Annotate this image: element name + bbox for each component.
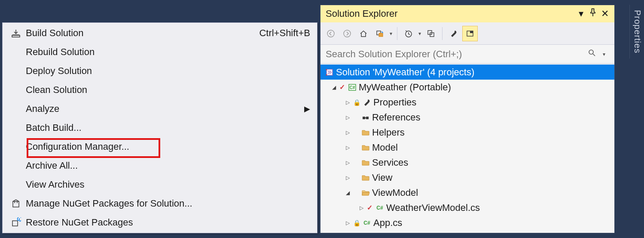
svg-rect-2 <box>12 221 18 226</box>
wrench-icon <box>360 98 373 107</box>
menu-item-configuration-manager[interactable]: Configuration Manager... <box>3 137 316 156</box>
menu-item-batch-build[interactable]: Batch Build... <box>3 118 316 137</box>
properties-side-tab[interactable]: Properties <box>629 5 644 59</box>
close-icon[interactable]: ✕ <box>599 8 611 19</box>
tree-node-app-cs[interactable]: 🔒 C# App.cs <box>320 215 614 230</box>
solution-explorer-panel: Solution Explorer ▾ ✕ ▾ ▾ <box>320 5 615 233</box>
tree-node-view[interactable]: View <box>320 170 614 185</box>
svg-rect-16 <box>363 117 365 119</box>
tree-node-helpers[interactable]: Helpers <box>320 125 614 140</box>
tree-label: App.cs <box>373 217 402 229</box>
menu-item-restore-nuget[interactable]: Restore NuGet Packages <box>3 213 316 232</box>
expander-icon[interactable] <box>342 175 353 181</box>
menu-item-analyze[interactable]: Analyze ▶ <box>3 99 316 118</box>
tree-node-references[interactable]: References <box>320 110 614 125</box>
menu-item-deploy-solution[interactable]: Deploy Solution <box>3 62 316 80</box>
pending-dropdown-icon[interactable]: ▾ <box>417 31 422 37</box>
folder-icon <box>359 158 372 167</box>
svg-text:C#: C# <box>376 205 383 211</box>
home-button[interactable] <box>356 26 371 41</box>
menu-item-rebuild-solution[interactable]: Rebuild Solution <box>3 43 316 62</box>
menu-label: Manage NuGet Packages for Solution... <box>26 198 310 209</box>
preview-button[interactable] <box>462 26 478 41</box>
properties-button[interactable] <box>446 26 461 41</box>
show-all-files-button[interactable] <box>423 26 439 41</box>
panel-dropdown-icon[interactable]: ▾ <box>575 8 587 19</box>
search-dropdown-icon[interactable]: ▾ <box>598 51 610 57</box>
nuget-icon <box>6 198 26 209</box>
references-icon <box>359 113 372 122</box>
search-input[interactable] <box>326 49 586 60</box>
lock-icon: 🔒 <box>353 99 360 106</box>
svg-point-12 <box>589 50 593 54</box>
tree-label: Services <box>372 157 408 168</box>
panel-toolbar: ▾ ▾ <box>320 22 614 45</box>
menu-item-manage-nuget[interactable]: Manage NuGet Packages for Solution... <box>3 194 316 213</box>
menu-label: Build Solution <box>26 28 259 39</box>
back-button[interactable] <box>323 26 339 41</box>
tree-node-properties[interactable]: 🔒 Properties <box>320 95 614 110</box>
menu-label: Batch Build... <box>26 122 310 133</box>
expander-icon[interactable] <box>356 205 367 211</box>
svg-rect-11 <box>470 31 473 33</box>
lock-icon: 🔒 <box>353 219 360 226</box>
sync-active-button[interactable] <box>372 26 388 41</box>
tree-label: MyWeather (Portable) <box>359 82 451 93</box>
tree-label: Helpers <box>372 127 405 138</box>
expander-icon[interactable] <box>342 99 353 105</box>
expander-icon[interactable] <box>342 220 353 226</box>
tree-label: Model <box>372 142 398 153</box>
expander-icon[interactable] <box>328 84 339 90</box>
pending-changes-button[interactable] <box>401 26 416 41</box>
tree-node-solution[interactable]: Solution 'MyWeather' (4 projects) <box>320 65 614 80</box>
solution-tree: Solution 'MyWeather' (4 projects) ✓ C# M… <box>320 64 614 233</box>
menu-item-build-solution[interactable]: Build Solution Ctrl+Shift+B <box>3 24 316 43</box>
svg-rect-17 <box>366 117 369 119</box>
folder-open-icon <box>359 189 372 197</box>
tree-node-services[interactable]: Services <box>320 155 614 170</box>
expander-icon[interactable] <box>342 130 353 136</box>
panel-title: Solution Explorer <box>326 8 398 19</box>
tree-node-project[interactable]: ✓ C# MyWeather (Portable) <box>320 80 614 95</box>
expander-icon[interactable] <box>342 190 353 196</box>
tree-label: WeatherViewModel.cs <box>386 202 480 213</box>
tree-label: References <box>372 112 421 123</box>
pin-icon[interactable] <box>587 8 599 19</box>
checkout-icon: ✓ <box>367 204 372 212</box>
svg-rect-6 <box>379 33 383 37</box>
build-context-menu: Build Solution Ctrl+Shift+B Rebuild Solu… <box>2 22 317 233</box>
menu-label: Analyze <box>26 103 303 114</box>
expander-icon[interactable] <box>342 114 353 121</box>
svg-text:C#: C# <box>350 85 355 90</box>
expander-icon[interactable] <box>342 145 353 151</box>
tree-label: View <box>372 172 392 183</box>
tree-node-model[interactable]: Model <box>320 140 614 155</box>
menu-label: Archive All... <box>26 160 310 171</box>
menu-item-view-archives[interactable]: View Archives <box>3 175 316 194</box>
menu-item-clean-solution[interactable]: Clean Solution <box>3 80 316 99</box>
forward-button[interactable] <box>339 26 355 41</box>
menu-label: View Archives <box>26 179 310 190</box>
tree-label: Solution 'MyWeather' (4 projects) <box>336 67 474 78</box>
menu-label: Deploy Solution <box>26 65 310 77</box>
build-icon <box>6 28 26 38</box>
folder-icon <box>359 143 372 152</box>
expander-icon[interactable] <box>342 160 353 166</box>
sync-dropdown-icon[interactable]: ▾ <box>388 31 394 37</box>
panel-title-bar: Solution Explorer ▾ ✕ <box>320 5 614 22</box>
tree-label: ViewModel <box>372 187 418 198</box>
menu-item-archive-all[interactable]: Archive All... <box>3 156 316 175</box>
svg-text:C#: C# <box>363 220 370 226</box>
search-icon[interactable] <box>586 49 598 60</box>
folder-icon <box>359 173 372 182</box>
csharp-project-icon: C# <box>346 83 359 92</box>
tree-node-viewmodel[interactable]: ViewModel <box>320 185 614 200</box>
restore-nuget-icon <box>6 217 26 228</box>
solution-icon <box>323 68 336 77</box>
svg-point-4 <box>344 30 351 37</box>
tree-node-weatherviewmodel[interactable]: ✓ C# WeatherViewModel.cs <box>320 200 614 215</box>
menu-label: Clean Solution <box>26 84 310 96</box>
menu-shortcut: Ctrl+Shift+B <box>259 28 310 39</box>
tree-label: Properties <box>373 97 416 108</box>
svg-rect-0 <box>12 35 20 37</box>
